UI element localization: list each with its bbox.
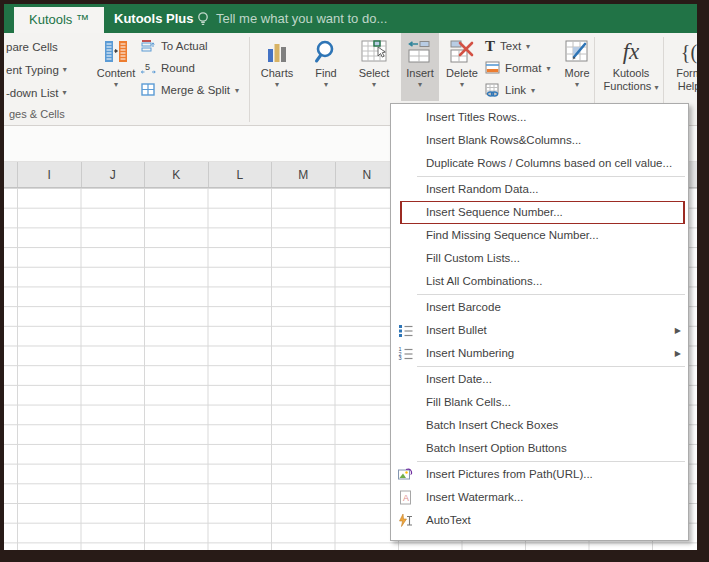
select-button[interactable]: Select ▾ xyxy=(351,33,397,101)
find-label: Find xyxy=(315,67,336,80)
select-label: Select xyxy=(359,67,390,80)
svg-text:A: A xyxy=(403,493,409,503)
column-header[interactable]: K xyxy=(145,162,209,187)
tab-kutools-plus[interactable]: Kutools Plus xyxy=(100,4,207,33)
numbered-list-icon: 1 2 3 xyxy=(398,346,413,361)
menu-separator xyxy=(417,366,685,367)
dropdown-caret-icon: ▾ xyxy=(460,80,464,89)
tell-me-box[interactable]: Tell me what you want to do... xyxy=(196,4,387,33)
kutools-functions-label-line1: Kutools xyxy=(613,67,650,80)
insert-button[interactable]: Insert ▾ xyxy=(401,33,439,101)
column-header[interactable]: L xyxy=(209,162,273,187)
content-button[interactable]: Content ▾ xyxy=(90,33,142,101)
lightbulb-icon xyxy=(196,11,210,27)
content-label: Content xyxy=(97,67,136,80)
link-button[interactable]: Link ▾ xyxy=(485,79,557,101)
menu-item-insert-bullet[interactable]: Insert Bullet ▶ xyxy=(391,319,688,342)
link-icon xyxy=(485,83,500,97)
menu-item-list-all-combinations[interactable]: List All Combinations... xyxy=(391,270,688,293)
menu-item-insert-numbering[interactable]: 1 2 3 Insert Numbering ▶ xyxy=(391,342,688,365)
dropdown-caret-icon: ▾ xyxy=(63,65,67,74)
dropdown-caret-icon: ▾ xyxy=(531,86,535,95)
picture-path-icon xyxy=(398,467,413,482)
compare-cells-button[interactable]: pare Cells xyxy=(4,35,90,58)
menu-item-find-missing-sequence-number[interactable]: Find Missing Sequence Number... xyxy=(391,224,688,247)
excel-window: Kutools ™ Kutools Plus Tell me what you … xyxy=(4,4,697,550)
menu-item-fill-blank-cells[interactable]: Fill Blank Cells... xyxy=(391,391,688,414)
ribbon-left-column: pare Cells ent Typing ▾ -down List ▾ xyxy=(4,35,90,104)
menu-item-autotext[interactable]: AutoText xyxy=(391,509,688,532)
column-header[interactable]: I xyxy=(18,162,82,187)
find-icon xyxy=(313,37,339,67)
drop-down-list-label: -down List xyxy=(6,87,58,99)
menu-item-batch-insert-option-buttons[interactable]: Batch Insert Option Buttons xyxy=(391,437,688,460)
tell-me-label: Tell me what you want to do... xyxy=(216,11,387,26)
dropdown-caret-icon: ▾ xyxy=(575,80,579,89)
content-icon xyxy=(103,37,129,67)
submenu-arrow-icon: ▶ xyxy=(675,342,681,365)
format-button[interactable]: Format ▾ xyxy=(485,57,557,79)
menu-item-insert-barcode[interactable]: Insert Barcode xyxy=(391,296,688,319)
dropdown-caret-icon: ▾ xyxy=(275,80,279,89)
menu-separator xyxy=(417,461,685,462)
menu-item-insert-blank-rows-columns[interactable]: Insert Blank Rows&Columns... xyxy=(391,129,688,152)
merge-split-button[interactable]: Merge & Split ▾ xyxy=(141,79,247,101)
menu-separator xyxy=(417,294,685,295)
insert-label: Insert xyxy=(406,67,434,80)
menu-item-insert-date[interactable]: Insert Date... xyxy=(391,368,688,391)
more-button[interactable]: More ▾ xyxy=(556,33,598,101)
prevent-typing-label: ent Typing xyxy=(6,64,59,76)
dropdown-caret-icon: ▾ xyxy=(235,86,239,95)
select-icon xyxy=(361,37,387,67)
menu-separator xyxy=(417,176,685,177)
screenshot-frame: Kutools ™ Kutools Plus Tell me what you … xyxy=(0,0,709,562)
formula-helper-icon: {( xyxy=(681,37,697,67)
tab-kutools[interactable]: Kutools ™ xyxy=(14,7,104,33)
submenu-arrow-icon: ▶ xyxy=(675,319,681,342)
insert-icon xyxy=(407,37,433,67)
find-button[interactable]: Find ▾ xyxy=(305,33,347,101)
round-button[interactable]: 5 Round xyxy=(141,57,247,79)
menu-item-insert-pictures-from-path[interactable]: Insert Pictures from Path(URL)... xyxy=(391,463,688,486)
dropdown-caret-icon: ▾ xyxy=(526,42,530,51)
more-icon xyxy=(564,37,590,67)
delete-button[interactable]: Delete ▾ xyxy=(440,33,484,101)
menu-item-fill-custom-lists[interactable]: Fill Custom Lists... xyxy=(391,247,688,270)
prevent-typing-button[interactable]: ent Typing ▾ xyxy=(4,58,90,81)
menu-item-duplicate-rows-columns[interactable]: Duplicate Rows / Columns based on cell v… xyxy=(391,152,688,175)
link-label: Link xyxy=(505,84,526,96)
round-icon: 5 xyxy=(141,61,156,75)
bullet-list-icon xyxy=(398,323,413,338)
format-icon xyxy=(485,61,500,75)
kutools-functions-button[interactable]: fx Kutools Functions ▾ xyxy=(601,33,661,101)
dropdown-caret-icon: ▾ xyxy=(62,88,66,97)
svg-text:5: 5 xyxy=(145,62,150,72)
drop-down-list-button[interactable]: -down List ▾ xyxy=(4,81,90,104)
watermark-icon: A xyxy=(398,490,413,505)
text-label: Text xyxy=(500,40,521,52)
formula-helper-button[interactable]: {( Form Help xyxy=(667,33,697,101)
column-header[interactable]: J xyxy=(82,162,146,187)
column-header-partial[interactable] xyxy=(4,162,18,187)
insert-dropdown-menu: Insert Titles Rows... Insert Blank Rows&… xyxy=(390,103,689,541)
dropdown-caret-icon: ▾ xyxy=(114,80,118,89)
delete-icon xyxy=(449,37,475,67)
merge-split-icon xyxy=(141,83,156,97)
ribbon-tab-bar: Kutools ™ Kutools Plus Tell me what you … xyxy=(4,4,697,33)
round-label: Round xyxy=(161,62,195,74)
column-header[interactable]: M xyxy=(272,162,336,187)
menu-item-insert-watermark[interactable]: A Insert Watermark... xyxy=(391,486,688,509)
menu-item-insert-random-data[interactable]: Insert Random Data... xyxy=(391,178,688,201)
menu-item-batch-insert-check-boxes[interactable]: Batch Insert Check Boxes xyxy=(391,414,688,437)
text-button[interactable]: T Text ▾ xyxy=(485,35,557,57)
charts-button[interactable]: Charts ▾ xyxy=(254,33,300,101)
charts-label: Charts xyxy=(261,67,293,80)
menu-item-insert-sequence-number[interactable]: Insert Sequence Number... xyxy=(391,201,688,224)
to-actual-button[interactable]: To Actual xyxy=(141,35,247,57)
group-label-ranges-cells: ges & Cells xyxy=(9,108,65,120)
menu-item-insert-titles-rows[interactable]: Insert Titles Rows... xyxy=(391,106,688,129)
ribbon-small-column-1: To Actual 5 Round Merge & Split ▾ xyxy=(141,35,247,101)
charts-icon xyxy=(265,37,289,67)
to-actual-icon xyxy=(141,39,156,53)
kutools-functions-label-line2: Functions ▾ xyxy=(604,80,659,94)
